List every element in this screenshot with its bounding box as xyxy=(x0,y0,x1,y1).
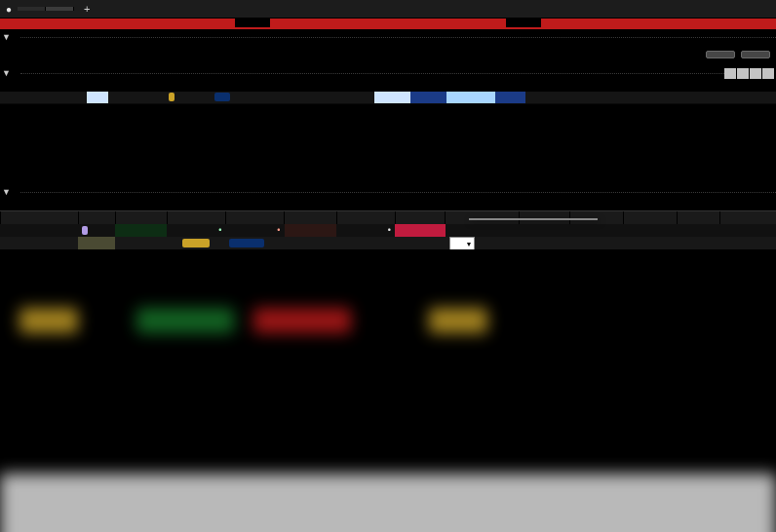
col[interactable] xyxy=(212,80,249,92)
add-button[interactable] xyxy=(706,51,735,58)
key xyxy=(78,237,115,249)
cell xyxy=(565,92,592,103)
col[interactable] xyxy=(166,80,212,92)
tool-i2[interactable] xyxy=(750,68,761,79)
ticket-row[interactable] xyxy=(0,92,776,104)
col[interactable] xyxy=(225,211,284,224)
col[interactable] xyxy=(525,80,565,92)
cell xyxy=(270,92,306,103)
col[interactable] xyxy=(0,199,84,210)
col-sort[interactable] xyxy=(108,80,124,92)
col[interactable] xyxy=(446,199,522,210)
lmt-price xyxy=(395,237,446,249)
cell xyxy=(115,237,167,249)
col[interactable] xyxy=(78,211,115,224)
col[interactable] xyxy=(334,80,374,92)
cell xyxy=(334,92,374,103)
col[interactable] xyxy=(284,211,335,224)
col[interactable] xyxy=(374,80,410,92)
ask: • xyxy=(225,224,284,237)
col[interactable] xyxy=(607,80,640,92)
col[interactable] xyxy=(398,199,447,210)
col[interactable] xyxy=(446,80,495,92)
ticker-chip xyxy=(82,226,88,235)
col[interactable] xyxy=(249,80,269,92)
blurred-background xyxy=(0,249,776,522)
col xyxy=(719,211,776,224)
sim-label xyxy=(0,19,235,29)
col[interactable] xyxy=(54,80,87,92)
col[interactable] xyxy=(678,199,719,210)
cell xyxy=(623,237,677,249)
disclosure-icon[interactable]: ▼ xyxy=(2,187,11,197)
col[interactable] xyxy=(395,211,446,224)
order-row[interactable]: • • • xyxy=(0,224,776,237)
app-logo: ● xyxy=(0,4,18,15)
col[interactable] xyxy=(0,80,54,92)
col[interactable] xyxy=(84,199,119,210)
col[interactable] xyxy=(288,199,339,210)
col[interactable] xyxy=(167,211,225,224)
action-chip xyxy=(229,239,264,247)
tickets-tool-icons xyxy=(724,68,774,79)
cell xyxy=(677,237,720,249)
sim-label xyxy=(270,19,505,29)
cell xyxy=(719,237,776,249)
mte-fields-row xyxy=(0,44,776,65)
tab-blotter[interactable] xyxy=(18,7,46,11)
col[interactable] xyxy=(115,211,167,224)
col[interactable] xyxy=(228,199,287,210)
cell xyxy=(569,237,623,249)
col[interactable] xyxy=(708,80,740,92)
col xyxy=(592,80,607,92)
col[interactable] xyxy=(123,80,166,92)
cell xyxy=(708,92,740,103)
tool-e[interactable] xyxy=(762,68,774,79)
col[interactable] xyxy=(565,80,592,92)
sim-trading-banner xyxy=(0,19,776,29)
col[interactable] xyxy=(170,199,228,210)
section-orders: ▼ xyxy=(0,184,776,199)
cell xyxy=(640,92,677,103)
col[interactable] xyxy=(495,80,525,92)
cell xyxy=(249,92,269,103)
cell xyxy=(677,224,720,237)
col[interactable] xyxy=(119,199,171,210)
col[interactable] xyxy=(640,80,677,92)
cell xyxy=(677,92,709,103)
order-subrow[interactable] xyxy=(0,237,776,249)
col[interactable] xyxy=(677,80,709,92)
col[interactable] xyxy=(522,199,571,210)
col[interactable] xyxy=(338,199,397,210)
destination-select[interactable] xyxy=(449,237,476,249)
bid: • xyxy=(167,224,225,237)
cell xyxy=(446,92,495,103)
cell xyxy=(0,237,78,249)
col[interactable] xyxy=(410,80,446,92)
disclosure-icon[interactable]: ▼ xyxy=(2,32,11,42)
col[interactable] xyxy=(720,199,776,210)
cell xyxy=(54,92,87,103)
sim-label xyxy=(541,19,776,29)
col[interactable] xyxy=(306,80,335,92)
new-tab-button[interactable]: + xyxy=(74,1,99,17)
tab-myblotter[interactable] xyxy=(46,7,74,11)
disclosure-icon[interactable]: ▼ xyxy=(2,68,11,78)
col[interactable] xyxy=(625,199,679,210)
cell-key xyxy=(87,92,107,103)
col[interactable] xyxy=(87,80,107,92)
col[interactable] xyxy=(336,211,395,224)
destination-dropdown[interactable] xyxy=(469,218,598,220)
cell xyxy=(108,92,124,103)
tool-i[interactable] xyxy=(737,68,749,79)
cell xyxy=(495,92,525,103)
cell xyxy=(519,224,569,237)
col[interactable] xyxy=(270,80,306,92)
status-icon xyxy=(607,92,640,103)
tool-t[interactable] xyxy=(724,68,736,79)
col[interactable] xyxy=(740,80,776,92)
clear-button[interactable] xyxy=(741,51,770,58)
section-tickets: ▼ xyxy=(0,65,776,80)
section-mte: ▼ xyxy=(0,29,776,44)
col[interactable] xyxy=(571,199,625,210)
